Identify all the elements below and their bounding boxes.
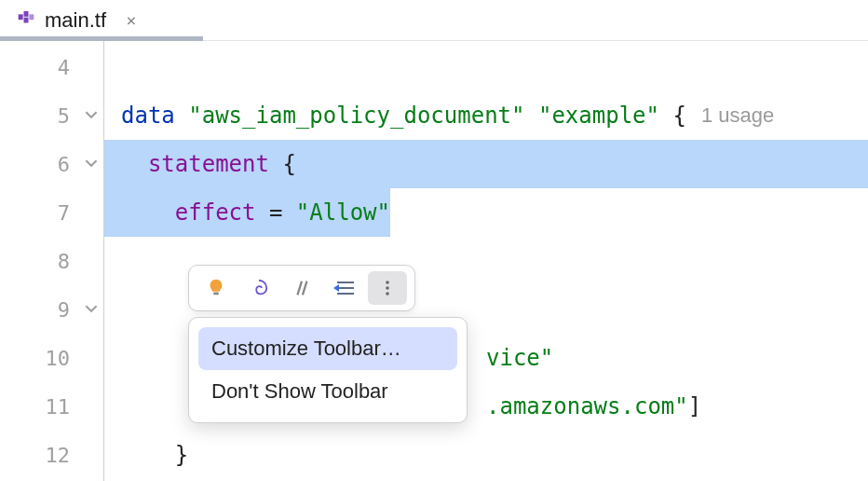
floating-toolbar: [188, 265, 415, 311]
line-number[interactable]: 7: [0, 188, 103, 237]
chevron-down-icon[interactable]: [85, 108, 98, 124]
menu-item-dont-show-toolbar[interactable]: Don't Show Toolbar: [198, 370, 457, 413]
editor: 4 5 6 7 8 9 10 11 12 data "aws_iam_polic…: [0, 41, 868, 481]
code-line[interactable]: statement {: [104, 140, 868, 188]
line-number[interactable]: 8: [0, 237, 103, 285]
terraform-icon: [17, 11, 35, 30]
line-number[interactable]: 5: [0, 91, 103, 140]
gutter: 4 5 6 7 8 9 10 11 12: [0, 41, 104, 481]
code-line[interactable]: data "aws_iam_policy_document" "example"…: [104, 91, 868, 140]
tab-bar: main.tf ×: [0, 0, 868, 41]
code-line[interactable]: [104, 43, 868, 91]
svg-point-9: [386, 286, 389, 290]
comment-button[interactable]: [282, 271, 321, 305]
svg-point-10: [386, 292, 389, 295]
line-number[interactable]: 11: [0, 382, 103, 431]
toolbar-context-menu: Customize Toolbar… Don't Show Toolbar: [188, 317, 468, 423]
svg-rect-0: [19, 14, 23, 20]
reformat-button[interactable]: [325, 271, 364, 305]
menu-item-customize-toolbar[interactable]: Customize Toolbar…: [198, 327, 457, 370]
line-number[interactable]: 6: [0, 140, 103, 188]
chevron-down-icon[interactable]: [85, 157, 98, 172]
svg-rect-2: [24, 17, 29, 22]
line-number[interactable]: 10: [0, 334, 103, 382]
tab-filename: main.tf: [45, 8, 106, 33]
code-line[interactable]: effect = "Allow": [104, 188, 868, 237]
line-number[interactable]: 9: [0, 285, 103, 334]
code-line[interactable]: }: [104, 431, 868, 479]
svg-point-8: [386, 281, 389, 284]
svg-rect-3: [29, 14, 34, 20]
intention-bulb-button[interactable]: [197, 271, 236, 305]
close-icon[interactable]: ×: [123, 12, 140, 29]
chevron-down-icon[interactable]: [85, 302, 98, 318]
usage-hint[interactable]: 1 usage: [701, 103, 774, 128]
svg-rect-1: [24, 11, 29, 17]
line-number[interactable]: 4: [0, 43, 103, 91]
more-button[interactable]: [368, 271, 407, 305]
file-tab[interactable]: main.tf ×: [0, 0, 156, 40]
line-number[interactable]: 12: [0, 431, 103, 479]
ai-spiral-button[interactable]: [239, 271, 278, 305]
svg-rect-4: [213, 293, 219, 295]
